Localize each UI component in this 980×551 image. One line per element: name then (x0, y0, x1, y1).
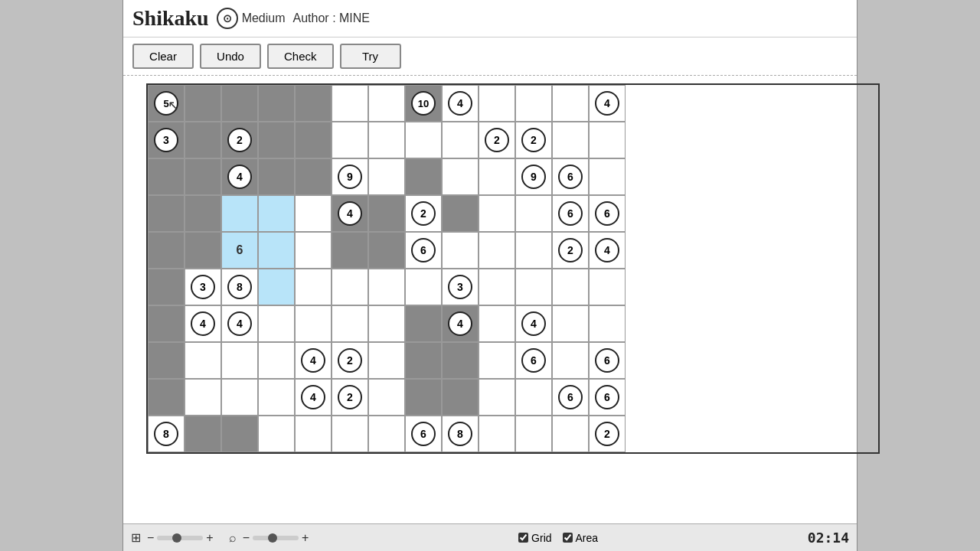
cell-r5c3[interactable]: 6 (221, 232, 258, 269)
cell-r4c13[interactable]: 6 (589, 195, 626, 232)
cell-r3c10[interactable] (479, 158, 515, 195)
cell-r6c12[interactable] (552, 269, 589, 305)
cell-r10c3[interactable] (221, 416, 258, 452)
cell-r9c1[interactable] (148, 379, 185, 416)
cell-r4c6[interactable]: 4 (332, 195, 368, 232)
cell-r7c5[interactable] (295, 305, 332, 342)
cell-r5c9[interactable] (442, 232, 479, 269)
grid-checkbox[interactable] (518, 533, 528, 543)
cell-r9c3[interactable] (221, 379, 258, 416)
cell-r8c12[interactable] (552, 342, 589, 379)
cell-r8c6[interactable]: 2 (332, 342, 368, 379)
cell-r4c8[interactable]: 2 (405, 195, 442, 232)
cell-r8c9[interactable] (442, 342, 479, 379)
grid-view-icon[interactable]: ⊞ (131, 530, 141, 545)
cell-r2c12[interactable] (552, 122, 589, 158)
cell-r10c2[interactable] (185, 416, 221, 452)
area-checkbox[interactable] (563, 533, 573, 543)
cell-r4c2[interactable] (185, 195, 221, 232)
cell-r1c5[interactable] (295, 85, 332, 122)
undo-button[interactable]: Undo (200, 44, 261, 69)
cell-r7c10[interactable] (479, 305, 515, 342)
cell-r2c1[interactable]: 3 (148, 122, 185, 158)
cell-r1c1[interactable]: 5 (148, 85, 185, 122)
cell-r10c11[interactable] (515, 416, 552, 452)
cell-r3c4[interactable] (258, 158, 295, 195)
search-icon[interactable]: ⌕ (229, 531, 237, 545)
cell-r9c4[interactable] (258, 379, 295, 416)
cell-r8c11[interactable]: 6 (515, 342, 552, 379)
cell-r1c2[interactable] (185, 85, 221, 122)
cell-r6c13[interactable] (589, 269, 626, 305)
cell-r1c7[interactable] (368, 85, 405, 122)
cell-r7c6[interactable] (332, 305, 368, 342)
cell-r6c4[interactable] (258, 269, 295, 305)
cell-r10c5[interactable] (295, 416, 332, 452)
cell-r2c7[interactable] (368, 122, 405, 158)
cell-r1c3[interactable] (221, 85, 258, 122)
cell-r5c10[interactable] (479, 232, 515, 269)
cell-r7c7[interactable] (368, 305, 405, 342)
cell-r3c1[interactable] (148, 158, 185, 195)
cell-r3c9[interactable] (442, 158, 479, 195)
check-button[interactable]: Check (267, 44, 334, 69)
cell-r1c9[interactable]: 4 (442, 85, 479, 122)
cell-r5c13[interactable]: 4 (589, 232, 626, 269)
cell-r4c9[interactable] (442, 195, 479, 232)
cell-r6c9[interactable]: 3 (442, 269, 479, 305)
cell-r5c5[interactable] (295, 232, 332, 269)
cell-r6c11[interactable] (515, 269, 552, 305)
cell-r3c6[interactable]: 9 (332, 158, 368, 195)
cell-r10c9[interactable]: 8 (442, 416, 479, 452)
cell-r7c12[interactable] (552, 305, 589, 342)
cell-r10c7[interactable] (368, 416, 405, 452)
cell-r4c11[interactable] (515, 195, 552, 232)
zoom-in-icon[interactable]: + (206, 531, 213, 545)
cell-r5c4[interactable] (258, 232, 295, 269)
clear-button[interactable]: Clear (132, 44, 194, 69)
cell-r2c6[interactable] (332, 122, 368, 158)
cell-r8c7[interactable] (368, 342, 405, 379)
cell-r9c9[interactable] (442, 379, 479, 416)
cell-r9c12[interactable]: 6 (552, 379, 589, 416)
cell-r3c3[interactable]: 4 (221, 158, 258, 195)
cell-r7c1[interactable] (148, 305, 185, 342)
cell-r6c10[interactable] (479, 269, 515, 305)
cell-r8c1[interactable] (148, 342, 185, 379)
cell-r3c5[interactable] (295, 158, 332, 195)
cell-r3c13[interactable] (589, 158, 626, 195)
cell-r9c11[interactable] (515, 379, 552, 416)
cell-r10c8[interactable]: 6 (405, 416, 442, 452)
cell-r7c8[interactable] (405, 305, 442, 342)
cell-r4c4[interactable] (258, 195, 295, 232)
cell-r3c12[interactable]: 6 (552, 158, 589, 195)
cell-r2c4[interactable] (258, 122, 295, 158)
cell-r6c8[interactable] (405, 269, 442, 305)
cell-r8c3[interactable] (221, 342, 258, 379)
cell-r10c12[interactable] (552, 416, 589, 452)
cell-r5c8[interactable]: 6 (405, 232, 442, 269)
cell-r2c5[interactable] (295, 122, 332, 158)
cell-r7c11[interactable]: 4 (515, 305, 552, 342)
cell-r5c11[interactable] (515, 232, 552, 269)
cell-r9c6[interactable]: 2 (332, 379, 368, 416)
cell-r5c12[interactable]: 2 (552, 232, 589, 269)
cell-r1c13[interactable]: 4 (589, 85, 626, 122)
cell-r9c8[interactable] (405, 379, 442, 416)
cell-r4c1[interactable] (148, 195, 185, 232)
puzzle-grid[interactable]: 5 10 4 4 3 2 2 (146, 83, 880, 454)
cell-r3c8[interactable] (405, 158, 442, 195)
cell-r8c5[interactable]: 4 (295, 342, 332, 379)
try-button[interactable]: Try (340, 44, 401, 69)
cell-r9c13[interactable]: 6 (589, 379, 626, 416)
cell-r8c8[interactable] (405, 342, 442, 379)
cell-r1c4[interactable] (258, 85, 295, 122)
cell-r5c1[interactable] (148, 232, 185, 269)
cell-r2c13[interactable] (589, 122, 626, 158)
cell-r7c2[interactable]: 4 (185, 305, 221, 342)
cell-r4c3[interactable] (221, 195, 258, 232)
cell-r6c3[interactable]: 8 (221, 269, 258, 305)
cell-r1c10[interactable] (479, 85, 515, 122)
cell-r10c6[interactable] (332, 416, 368, 452)
cell-r2c8[interactable] (405, 122, 442, 158)
